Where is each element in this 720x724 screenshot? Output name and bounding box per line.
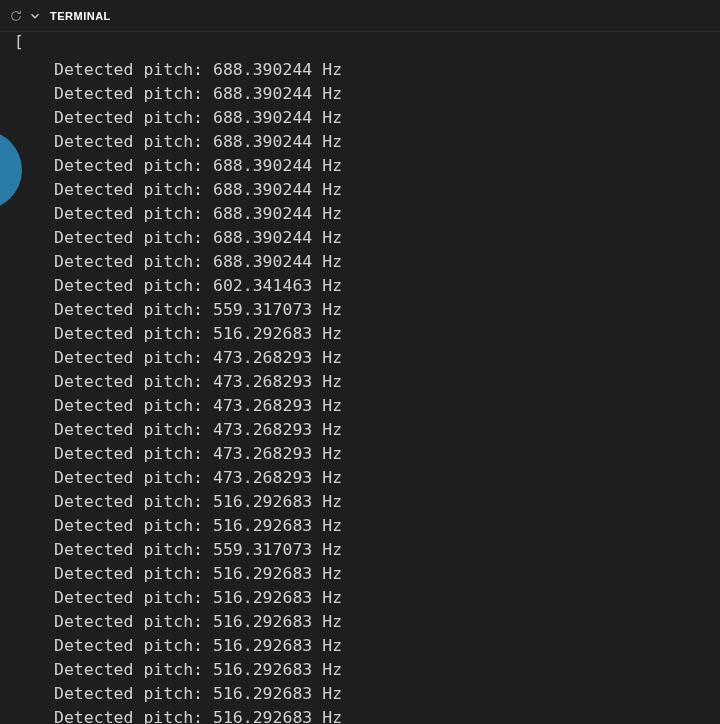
terminal-line: Detected pitch: 516.292683 Hz — [54, 682, 342, 706]
terminal-line: Detected pitch: 516.292683 Hz — [54, 706, 342, 724]
terminal-line: Detected pitch: 473.268293 Hz — [54, 346, 342, 370]
terminal-line: Detected pitch: 473.268293 Hz — [54, 442, 342, 466]
terminal-line: Detected pitch: 559.317073 Hz — [54, 298, 342, 322]
terminal-line: Detected pitch: 516.292683 Hz — [54, 514, 342, 538]
terminal-output[interactable]: Detected pitch: 688.390244 HzDetected pi… — [54, 58, 342, 724]
terminal-line: Detected pitch: 688.390244 Hz — [54, 202, 342, 226]
terminal-line: Detected pitch: 688.390244 Hz — [54, 106, 342, 130]
terminal-line: Detected pitch: 688.390244 Hz — [54, 250, 342, 274]
panel-title[interactable]: TERMINAL — [50, 10, 111, 22]
terminal-line: Detected pitch: 516.292683 Hz — [54, 490, 342, 514]
terminal-line: Detected pitch: 516.292683 Hz — [54, 658, 342, 682]
terminal-line: Detected pitch: 688.390244 Hz — [54, 154, 342, 178]
terminal-line: Detected pitch: 602.341463 Hz — [54, 274, 342, 298]
terminal-panel-header: TERMINAL — [0, 0, 720, 32]
terminal-line: Detected pitch: 559.317073 Hz — [54, 538, 342, 562]
terminal-line: Detected pitch: 688.390244 Hz — [54, 82, 342, 106]
terminal-line: Detected pitch: 516.292683 Hz — [54, 322, 342, 346]
restart-icon[interactable] — [8, 8, 24, 24]
terminal-line: Detected pitch: 688.390244 Hz — [54, 226, 342, 250]
terminal-line: Detected pitch: 473.268293 Hz — [54, 394, 342, 418]
terminal-line: Detected pitch: 688.390244 Hz — [54, 58, 342, 82]
terminal-line: Detected pitch: 688.390244 Hz — [54, 130, 342, 154]
terminal-line: Detected pitch: 516.292683 Hz — [54, 610, 342, 634]
terminal-line: Detected pitch: 516.292683 Hz — [54, 586, 342, 610]
terminal-line: Detected pitch: 688.390244 Hz — [54, 178, 342, 202]
chevron-down-icon[interactable] — [26, 7, 44, 25]
terminal-line: Detected pitch: 473.268293 Hz — [54, 466, 342, 490]
terminal-line: Detected pitch: 473.268293 Hz — [54, 418, 342, 442]
terminal-line: Detected pitch: 516.292683 Hz — [54, 634, 342, 658]
editor-gutter — [0, 32, 30, 724]
terminal-line: Detected pitch: 473.268293 Hz — [54, 370, 342, 394]
terminal-line: Detected pitch: 516.292683 Hz — [54, 562, 342, 586]
gutter-bracket: [ — [14, 32, 24, 51]
